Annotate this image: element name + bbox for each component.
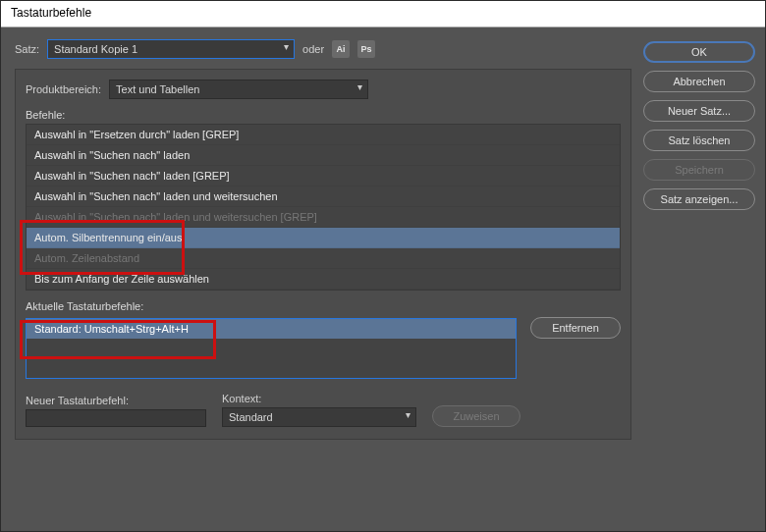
assign-button: Zuweisen — [432, 405, 520, 427]
ai-icon[interactable]: Ai — [332, 40, 350, 58]
main-panel: Satz: Standard Kopie 1 oder Ai Ps Produk… — [15, 39, 631, 521]
keyboard-shortcuts-dialog: Tastaturbefehle Satz: Standard Kopie 1 o… — [0, 0, 766, 532]
set-row: Satz: Standard Kopie 1 oder Ai Ps — [15, 39, 631, 59]
set-select[interactable]: Standard Kopie 1 — [47, 39, 295, 59]
remove-button[interactable]: Entfernen — [530, 317, 621, 339]
context-select[interactable]: Standard — [222, 407, 416, 427]
bottom-row: Neuer Tastaturbefehl: Kontext: Standard … — [26, 393, 621, 427]
command-item[interactable]: Bis zum Anfang der Zeile auswählen — [27, 269, 620, 290]
command-item[interactable]: Autom. Zeilenabstand — [27, 248, 620, 269]
ok-button[interactable]: OK — [643, 41, 755, 63]
current-shortcuts-list[interactable]: Standard: Umschalt+Strg+Alt+H — [26, 318, 517, 379]
area-select[interactable]: Text und Tabellen — [109, 80, 368, 99]
newshortcut-input[interactable] — [26, 409, 206, 427]
dialog-content: Satz: Standard Kopie 1 oder Ai Ps Produk… — [1, 27, 765, 531]
dialog-title: Tastaturbefehle — [1, 1, 765, 27]
current-row: Standard: Umschalt+Strg+Alt+H Entfernen — [26, 315, 621, 379]
area-label: Produktbereich: — [26, 83, 101, 95]
command-item[interactable]: Auswahl in "Suchen nach" laden und weite… — [27, 186, 620, 207]
side-buttons: OK Abbrechen Neuer Satz... Satz löschen … — [643, 39, 755, 521]
area-row: Produktbereich: Text und Tabellen — [26, 80, 621, 99]
ps-icon[interactable]: Ps — [357, 40, 375, 58]
save-button: Speichern — [643, 159, 755, 181]
cancel-button[interactable]: Abbrechen — [643, 71, 755, 92]
commands-panel: Produktbereich: Text und Tabellen Befehl… — [15, 69, 631, 440]
commands-list[interactable]: Auswahl in "Ersetzen durch" laden [GREP]… — [26, 124, 621, 291]
context-label: Kontext: — [222, 393, 416, 404]
show-set-button[interactable]: Satz anzeigen... — [643, 188, 755, 210]
current-label: Aktuelle Tastaturbefehle: — [26, 300, 621, 312]
new-set-button[interactable]: Neuer Satz... — [643, 100, 755, 122]
newshortcut-label: Neuer Tastaturbefehl: — [26, 395, 206, 406]
command-item[interactable]: Auswahl in "Ersetzen durch" laden [GREP] — [27, 125, 620, 145]
command-item[interactable]: Auswahl in "Suchen nach" laden und weite… — [27, 207, 620, 228]
command-item[interactable]: Autom. Silbentrennung ein/aus — [27, 228, 620, 248]
or-label: oder — [302, 43, 324, 55]
command-item[interactable]: Auswahl in "Suchen nach" laden [GREP] — [27, 166, 620, 186]
delete-set-button[interactable]: Satz löschen — [643, 130, 755, 151]
command-item[interactable]: Auswahl in "Suchen nach" laden — [27, 145, 620, 166]
commands-label: Befehle: — [26, 109, 621, 121]
set-label: Satz: — [15, 43, 39, 55]
current-shortcut-item[interactable]: Standard: Umschalt+Strg+Alt+H — [27, 319, 516, 339]
